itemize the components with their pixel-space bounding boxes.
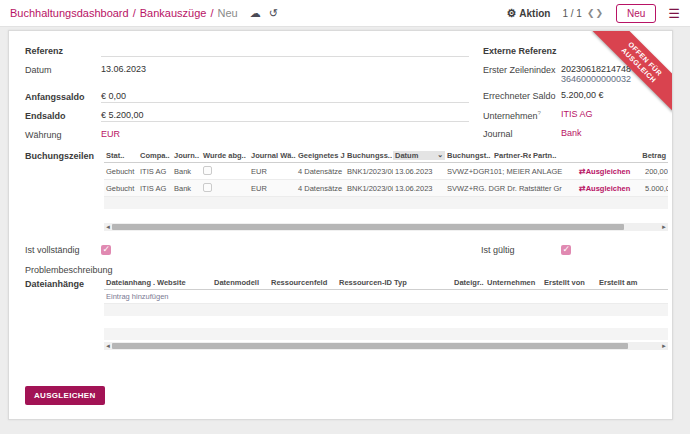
col-dateigroesse[interactable]: Dateigr.. [452, 278, 485, 287]
scrollbar-thumb[interactable] [112, 343, 628, 349]
col-ressourcenfeld[interactable]: Ressourcenfeld [269, 278, 337, 287]
errechneter-saldo-value: 5.200,00 € [561, 90, 656, 102]
scrollbar-thumb[interactable] [112, 224, 624, 230]
table-row[interactable]: Gebucht ITIS AG Bank EUR 4 Datensätze BN… [104, 180, 668, 197]
datum-label: Datum [25, 64, 101, 75]
col-typ[interactable]: Typ [392, 278, 452, 287]
pager: 1 / 1 ❮❯ [562, 8, 604, 19]
col-ressourcen-id[interactable]: Ressourcen-ID [337, 278, 392, 287]
col-unternehmen[interactable]: Unternehmen [485, 278, 542, 287]
cell-wurde-checkbox[interactable] [201, 183, 249, 194]
menu-toggle-icon[interactable]: ☰ [668, 7, 680, 20]
col-erstellt-von[interactable]: Erstellt von [542, 278, 597, 287]
top-navbar: Buchhaltungsdashboard / Bankauszüge / Ne… [0, 0, 690, 27]
cell-move: BNK1/2023/00 [345, 167, 393, 176]
empty-row [104, 197, 668, 209]
new-record-button[interactable]: Neu [616, 4, 656, 23]
empty-row [104, 328, 668, 340]
scroll-left-icon[interactable]: ◄ [105, 342, 111, 350]
waehrung-link[interactable]: EUR [101, 129, 120, 141]
form-sheet: OFFEN FÜR AUSGLEICH Referenz Datum 13.06… [8, 30, 673, 420]
breadcrumb-separator: / [133, 7, 136, 19]
ist-vollstaendig-label: Ist vollständig [25, 245, 80, 255]
journal-label: Journal [483, 128, 561, 139]
datum-input[interactable]: 13.06.2023 [101, 64, 469, 76]
cell-amount: 5.000,00 € [643, 184, 668, 193]
ist-vollstaendig-checkbox[interactable] [101, 245, 111, 255]
cell-eligible: 4 Datensätze [296, 184, 345, 193]
gear-icon: ⚙ [506, 8, 516, 19]
exchange-icon: ⇄ [579, 184, 586, 193]
cell-wurde-checkbox[interactable] [201, 166, 249, 177]
cell-text: SVWZ+DGR101; MEIER ANLAGE [445, 167, 577, 176]
pager-value: 1 / 1 [562, 8, 581, 19]
unternehmen-link[interactable]: ITIS AG [561, 109, 593, 121]
zeilenindex-line1: 20230618214748 [561, 64, 631, 74]
col-journal-waehrung[interactable]: Journal Wä.. [249, 151, 296, 160]
discard-undo-icon[interactable]: ↺ [269, 8, 278, 19]
col-company[interactable]: Compa.. [138, 151, 172, 160]
breadcrumb-current: Neu [217, 7, 237, 19]
col-website[interactable]: Website [155, 278, 212, 287]
col-datenmodell[interactable]: Datenmodell [212, 278, 269, 287]
scroll-right-icon[interactable]: ► [661, 223, 667, 231]
cell-text: SVWZ+RG. DGR Dr. Ratstätter Gr [445, 184, 577, 193]
scroll-left-icon[interactable]: ◄ [105, 223, 111, 231]
reconcile-link[interactable]: ⇄Ausgleichen [577, 167, 643, 176]
anfangssaldo-input[interactable]: € 0,00 [101, 91, 469, 103]
lines-table: Stat.. Compa.. Journ.. Wurde abg.. Journ… [104, 148, 668, 231]
cell-company: ITIS AG [138, 184, 172, 193]
col-geeignetes-journal[interactable]: Geeignetes J.. [296, 151, 345, 160]
form-fields: Referenz Datum 13.06.2023 Anfangssaldo €… [9, 31, 672, 148]
col-buchungssatz[interactable]: Buchungss.. [345, 151, 393, 160]
table-row[interactable]: Gebucht ITIS AG Bank EUR 4 Datensätze BN… [104, 163, 668, 180]
col-status[interactable]: Stat.. [104, 151, 138, 160]
attachments-section: Dateianhänge Dateianhang .. Website Date… [9, 276, 672, 350]
ausgleichen-button[interactable]: AUSGLEICHEN [25, 386, 105, 405]
cell-company: ITIS AG [138, 167, 172, 176]
col-dateianhang[interactable]: Dateianhang .. [104, 278, 155, 287]
cell-journal: Bank [172, 184, 201, 193]
endsaldo-input[interactable]: € 5.200,00 [101, 110, 469, 122]
attachments-horizontal-scrollbar[interactable]: ◄ ► [104, 342, 668, 350]
col-datum-sorted[interactable]: Datum⌄ [393, 151, 445, 160]
breadcrumb-separator: / [210, 7, 213, 19]
waehrung-label: Währung [25, 129, 101, 140]
lines-horizontal-scrollbar[interactable]: ◄ ► [104, 223, 668, 231]
erster-zeilenindex-label: Erster Zeilenindex [483, 64, 561, 75]
scroll-right-icon[interactable]: ► [661, 342, 667, 350]
col-betrag[interactable]: Betrag [577, 151, 668, 160]
journal-link[interactable]: Bank [561, 128, 582, 140]
breadcrumb-dashboard[interactable]: Buchhaltungsdashboard [10, 7, 129, 19]
action-menu-label: Aktion [519, 8, 550, 19]
col-partner-referenz[interactable]: Partner-Ref.. [492, 151, 531, 160]
empty-row [104, 304, 668, 316]
referenz-input[interactable] [101, 45, 469, 57]
col-buchungstext[interactable]: Buchungst.. [445, 151, 492, 160]
col-erstellt-am[interactable]: Erstellt am [597, 278, 668, 287]
referenz-label: Referenz [25, 45, 101, 56]
reconcile-link[interactable]: ⇄Ausgleichen [577, 184, 643, 193]
cell-amount: 200,00 € [643, 167, 668, 176]
cell-move: BNK1/2023/00 [345, 184, 393, 193]
cell-journal: Bank [172, 167, 201, 176]
checkbox-unchecked[interactable] [203, 166, 212, 175]
pager-prev-next-icons[interactable]: ❮❯ [587, 8, 604, 18]
endsaldo-label: Endsaldo [25, 110, 101, 121]
checkbox-unchecked[interactable] [203, 183, 212, 192]
action-menu-button[interactable]: ⚙ Aktion [506, 8, 550, 19]
cell-status: Gebucht [104, 184, 138, 193]
empty-row [104, 316, 668, 328]
cell-currency: EUR [249, 184, 296, 193]
attachments-section-label: Dateianhänge [25, 276, 104, 350]
sort-caret-icon: ⌄ [437, 151, 443, 159]
col-journal[interactable]: Journ.. [172, 151, 201, 160]
ist-gueltig-checkbox[interactable] [561, 245, 571, 255]
col-partner[interactable]: Partn.. [531, 151, 577, 160]
cell-currency: EUR [249, 167, 296, 176]
breadcrumb-bankauszuege[interactable]: Bankauszüge [140, 7, 207, 19]
col-wurde-abgeglichen[interactable]: Wurde abg.. [201, 151, 249, 160]
save-cloud-icon[interactable]: ☁ [250, 8, 261, 19]
navbar-right: ⚙ Aktion 1 / 1 ❮❯ Neu ☰ [506, 4, 680, 23]
add-entry-link[interactable]: Eintrag hinzufügen [104, 290, 668, 304]
